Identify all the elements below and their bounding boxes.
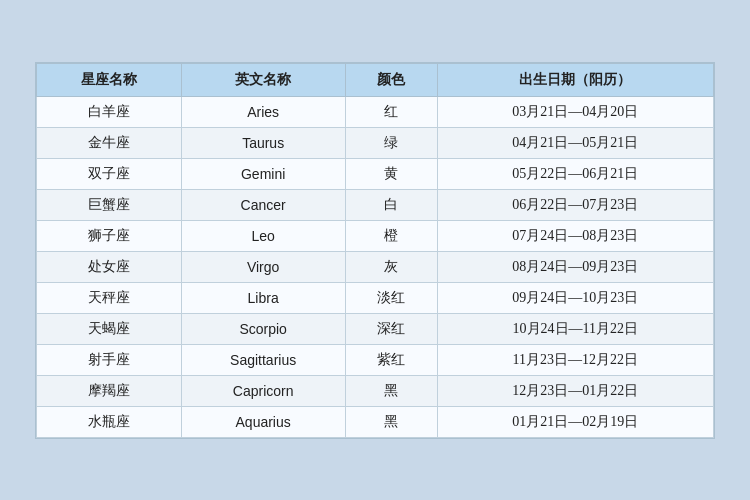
cell-color: 橙 bbox=[345, 220, 437, 251]
cell-color: 紫红 bbox=[345, 344, 437, 375]
cell-color: 黑 bbox=[345, 375, 437, 406]
cell-date: 06月22日—07月23日 bbox=[437, 189, 713, 220]
cell-english-name: Sagittarius bbox=[181, 344, 345, 375]
cell-chinese-name: 水瓶座 bbox=[37, 406, 182, 437]
cell-chinese-name: 狮子座 bbox=[37, 220, 182, 251]
cell-english-name: Aries bbox=[181, 96, 345, 127]
cell-chinese-name: 摩羯座 bbox=[37, 375, 182, 406]
cell-chinese-name: 巨蟹座 bbox=[37, 189, 182, 220]
table-row: 白羊座Aries红03月21日—04月20日 bbox=[37, 96, 714, 127]
cell-chinese-name: 白羊座 bbox=[37, 96, 182, 127]
cell-color: 黄 bbox=[345, 158, 437, 189]
table-row: 摩羯座Capricorn黑12月23日—01月22日 bbox=[37, 375, 714, 406]
table-body: 白羊座Aries红03月21日—04月20日金牛座Taurus绿04月21日—0… bbox=[37, 96, 714, 437]
table-row: 天蝎座Scorpio深红10月24日—11月22日 bbox=[37, 313, 714, 344]
cell-color: 绿 bbox=[345, 127, 437, 158]
cell-date: 11月23日—12月22日 bbox=[437, 344, 713, 375]
cell-chinese-name: 双子座 bbox=[37, 158, 182, 189]
cell-chinese-name: 处女座 bbox=[37, 251, 182, 282]
cell-date: 01月21日—02月19日 bbox=[437, 406, 713, 437]
cell-color: 白 bbox=[345, 189, 437, 220]
table-row: 天秤座Libra淡红09月24日—10月23日 bbox=[37, 282, 714, 313]
table-row: 狮子座Leo橙07月24日—08月23日 bbox=[37, 220, 714, 251]
cell-english-name: Gemini bbox=[181, 158, 345, 189]
cell-date: 05月22日—06月21日 bbox=[437, 158, 713, 189]
table-row: 双子座Gemini黄05月22日—06月21日 bbox=[37, 158, 714, 189]
cell-english-name: Capricorn bbox=[181, 375, 345, 406]
cell-date: 07月24日—08月23日 bbox=[437, 220, 713, 251]
header-date: 出生日期（阳历） bbox=[437, 63, 713, 96]
header-color: 颜色 bbox=[345, 63, 437, 96]
cell-date: 10月24日—11月22日 bbox=[437, 313, 713, 344]
cell-date: 04月21日—05月21日 bbox=[437, 127, 713, 158]
cell-date: 08月24日—09月23日 bbox=[437, 251, 713, 282]
header-chinese-name: 星座名称 bbox=[37, 63, 182, 96]
cell-english-name: Taurus bbox=[181, 127, 345, 158]
table-header-row: 星座名称 英文名称 颜色 出生日期（阳历） bbox=[37, 63, 714, 96]
cell-english-name: Scorpio bbox=[181, 313, 345, 344]
cell-color: 灰 bbox=[345, 251, 437, 282]
cell-date: 09月24日—10月23日 bbox=[437, 282, 713, 313]
cell-english-name: Libra bbox=[181, 282, 345, 313]
table-row: 金牛座Taurus绿04月21日—05月21日 bbox=[37, 127, 714, 158]
table-row: 处女座Virgo灰08月24日—09月23日 bbox=[37, 251, 714, 282]
cell-color: 淡红 bbox=[345, 282, 437, 313]
cell-chinese-name: 金牛座 bbox=[37, 127, 182, 158]
cell-english-name: Cancer bbox=[181, 189, 345, 220]
cell-color: 深红 bbox=[345, 313, 437, 344]
cell-chinese-name: 天秤座 bbox=[37, 282, 182, 313]
zodiac-table-container: 星座名称 英文名称 颜色 出生日期（阳历） 白羊座Aries红03月21日—04… bbox=[35, 62, 715, 439]
header-english-name: 英文名称 bbox=[181, 63, 345, 96]
cell-chinese-name: 天蝎座 bbox=[37, 313, 182, 344]
cell-date: 03月21日—04月20日 bbox=[437, 96, 713, 127]
table-row: 巨蟹座Cancer白06月22日—07月23日 bbox=[37, 189, 714, 220]
cell-english-name: Aquarius bbox=[181, 406, 345, 437]
cell-color: 黑 bbox=[345, 406, 437, 437]
cell-english-name: Leo bbox=[181, 220, 345, 251]
table-row: 射手座Sagittarius紫红11月23日—12月22日 bbox=[37, 344, 714, 375]
cell-color: 红 bbox=[345, 96, 437, 127]
zodiac-table: 星座名称 英文名称 颜色 出生日期（阳历） 白羊座Aries红03月21日—04… bbox=[36, 63, 714, 438]
cell-chinese-name: 射手座 bbox=[37, 344, 182, 375]
table-row: 水瓶座Aquarius黑01月21日—02月19日 bbox=[37, 406, 714, 437]
cell-english-name: Virgo bbox=[181, 251, 345, 282]
cell-date: 12月23日—01月22日 bbox=[437, 375, 713, 406]
